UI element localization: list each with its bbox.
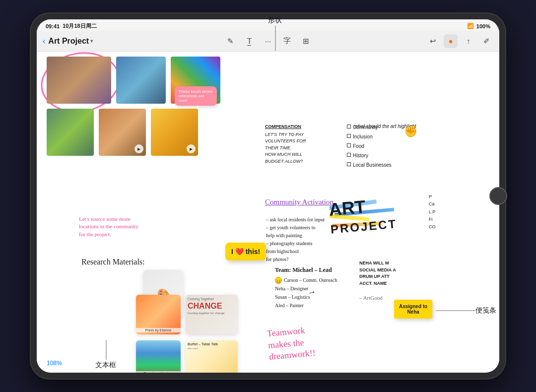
share-button[interactable]: ↑ [462,34,475,48]
sticky-outer-label: 便笺条 [475,306,496,315]
title-chevron[interactable]: ▾ [90,38,93,44]
downtown-card[interactable]: Downtown Ventura [136,340,181,373]
community-activation-heading[interactable]: Community Activation [265,198,334,206]
source-note[interactable]: Let's source some more locations in the … [79,215,143,238]
battery-label: 100% [476,23,490,29]
art-text: ART PROJECT [328,195,398,236]
brush-note[interactable]: These brush stroke references are cool! [175,86,217,106]
play-btn-1[interactable]: ▶ [134,144,143,153]
photo-6[interactable]: ▶ [151,109,198,156]
ipad-screen: 09:41 10月18日周二 📶 100% ‹ Art Project ▾ ✎ … [37,19,499,373]
wifi-icon: 📶 [467,23,474,29]
signature[interactable]: – ArtGood [359,295,383,301]
photo-1[interactable] [47,57,111,104]
smiley-icon: 😊 [275,277,282,284]
teamwork-quote[interactable]: Teamwork makes the dreamwork!! [266,313,316,363]
checklist-item-2[interactable]: Inclusion [347,133,392,141]
project-title-text: Art Project [48,37,89,46]
neha-note[interactable]: NEHA WILL M SOCIAL MEDIA A DRUM UP ATT A… [359,260,396,287]
photo-collage: ▶ ▶ These brush stroke references are co… [47,57,225,161]
text-tool[interactable]: T̲ [242,34,256,48]
checkbox-5[interactable] [347,162,351,166]
ipad-frame: 09:41 10月18日周二 📶 100% ‹ Art Project ▾ ✎ … [30,12,506,380]
compensation-body: LET'S TRY TO PAY VOLUNTEERS FOR THEIR TI… [265,131,306,165]
pen-tool[interactable]: ✎ [223,34,237,48]
checklist-area[interactable]: Community Inclusion Food History [347,124,392,169]
sticky-callout-line [436,310,475,311]
photo-2[interactable] [116,57,166,104]
checklist-item-5[interactable]: Local Businesses [347,161,392,169]
checkbox-2[interactable] [347,134,351,138]
shapes-outer-label: 形状 [268,16,282,25]
research-materials[interactable]: Research Materials: [81,258,145,266]
community-items[interactable]: – ask local residents for input – get yo… [266,208,325,263]
toolbar-center: ✎ T̲ ··· 字 ⊞ [223,34,313,48]
change-text: CHANGE [188,301,236,312]
char-tool[interactable]: 字 [280,34,294,48]
prints-card[interactable]: Prints by Etienne [136,295,181,334]
textbox-outer-label: 文本框 [95,361,116,370]
shapes-callout-line [275,26,276,51]
compensation-title: COMPENSATION [265,124,306,131]
compensation-box[interactable]: COMPENSATION LET'S TRY TO PAY VOLUNTEERS… [265,124,306,165]
checkbox-4[interactable] [347,153,351,157]
textbox-callout-line [106,340,107,360]
edit-button[interactable]: ✐ [479,34,493,48]
love-sticky[interactable]: I ❤️ this! [225,243,266,261]
undo-button[interactable]: ↩ [426,34,440,48]
checklist-item-4[interactable]: History [347,152,392,160]
checklist-item-1[interactable]: Community [347,124,392,131]
back-button[interactable]: ‹ [43,37,45,46]
toolbar-left: ‹ Art Project ▾ [43,37,219,46]
status-right: 📶 100% [467,23,490,29]
project-title: Art Project ▾ [48,37,93,46]
more-dots[interactable]: ··· [261,34,275,48]
checkbox-1[interactable] [347,125,351,129]
photo-5[interactable]: ▶ [99,109,146,156]
buffet-card[interactable]: Buffet – Table Talk etn.com [186,340,238,373]
right-partial-list: P Ca L P Fi CO [429,193,436,231]
time: 09:41 [46,23,60,29]
status-left: 09:41 10月18日周二 [46,22,97,30]
image-tool[interactable]: ⊞ [299,34,313,48]
prints-label: Prints by Etienne [136,328,181,332]
checklist-item-3[interactable]: Food [347,142,392,150]
love-sticky-text: I ❤️ this! [231,248,260,256]
toolbar: ‹ Art Project ▾ ✎ T̲ ··· 字 ⊞ ↩ ● ↑ ✐ [37,31,499,52]
toolbar-right: ↩ ● ↑ ✐ [317,34,493,48]
marker-tool[interactable]: ● [444,34,458,48]
assigned-sticky[interactable]: Assigned to Neha [394,300,432,319]
play-btn-2[interactable]: ▶ [187,144,196,153]
photo-4[interactable] [47,109,94,156]
date: 10月18日周二 [63,22,96,30]
team-list[interactable]: Team: Michael – Lead 😊 Carson – Comm. Ou… [275,265,337,310]
home-button[interactable] [489,187,507,205]
downtown-label: Downtown Ventura [136,371,181,373]
zoom-indicator[interactable]: 108% [47,360,62,367]
fist-emoji: ✊ [404,125,417,138]
checkbox-3[interactable] [347,143,351,147]
canvas-area[interactable]: ▶ ▶ These brush stroke references are co… [37,52,499,373]
change-card[interactable]: Coming Together CHANGE Coming together f… [186,295,238,334]
